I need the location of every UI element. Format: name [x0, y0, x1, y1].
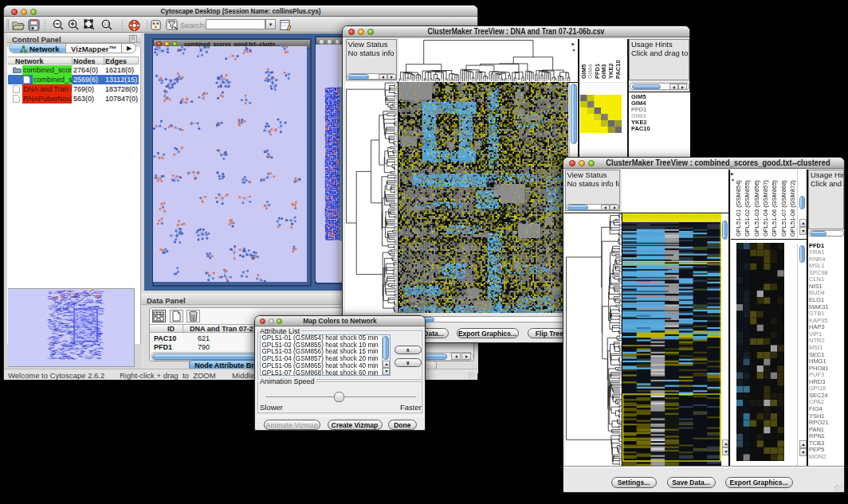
svg-text:1:1: 1:1: [104, 22, 110, 26]
